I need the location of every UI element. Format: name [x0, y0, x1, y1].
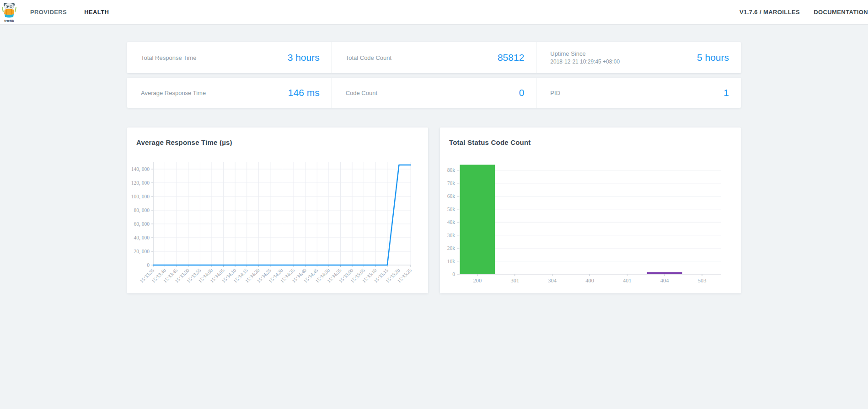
nav-link-health[interactable]: HEALTH — [84, 9, 109, 16]
svg-text:301: 301 — [510, 277, 519, 284]
svg-text:0: 0 — [452, 271, 455, 277]
avg-response-time-chart-card: Average Response Time (µs) 15:33:3515:33… — [127, 127, 428, 293]
stat-label: Total Code Count — [346, 54, 391, 61]
svg-text:40, 000: 40, 000 — [134, 235, 150, 241]
stat-value: 85812 — [498, 52, 524, 63]
stat-value: 5 hours — [697, 52, 729, 63]
stat-uptime-since: Uptime Since 2018-12-21 10:29:45 +08:00 … — [536, 42, 741, 73]
avg-response-time-line-chart: 15:33:3515:33:4015:33:4515:33:5015:33:55… — [127, 127, 428, 293]
svg-text:50k: 50k — [447, 207, 455, 212]
svg-text:304: 304 — [548, 277, 557, 284]
documentation-link[interactable]: DOCUMENTATION — [814, 9, 868, 16]
svg-text:60k: 60k — [447, 193, 455, 199]
svg-text:140, 000: 140, 000 — [131, 166, 150, 172]
stat-total-code-count: Total Code Count 85812 — [332, 42, 536, 73]
traefik-logo[interactable]: træfik — [0, 2, 18, 22]
svg-text:30k: 30k — [447, 233, 455, 238]
stat-value: 3 hours — [288, 52, 320, 63]
stat-label: Code Count — [346, 90, 377, 96]
svg-text:10k: 10k — [447, 259, 455, 264]
version-link[interactable]: V1.7.6 / MAROILLES — [739, 9, 800, 16]
svg-text:200: 200 — [473, 277, 482, 284]
svg-text:401: 401 — [623, 277, 632, 284]
charts-row: Average Response Time (µs) 15:33:3515:33… — [127, 127, 741, 293]
svg-text:400: 400 — [585, 277, 594, 284]
stat-label: Uptime Since — [550, 50, 620, 57]
stat-label: PID — [550, 90, 560, 96]
status-code-chart-card: Total Status Code Count 010k20k30k40k50k… — [440, 127, 741, 293]
stat-value: 1 — [723, 87, 729, 98]
svg-text:20, 000: 20, 000 — [134, 249, 150, 255]
svg-text:20k: 20k — [447, 245, 455, 251]
stat-average-response-time: Average Response Time 146 ms — [127, 78, 332, 108]
svg-text:40k: 40k — [447, 219, 455, 225]
status-code-bar-chart: 010k20k30k40k50k60k70k80k200301304400401… — [440, 127, 741, 293]
stat-label: Total Response Time — [141, 54, 196, 61]
nav-links: PROVIDERS HEALTH — [30, 9, 109, 16]
svg-text:70k: 70k — [447, 181, 455, 186]
svg-text:60, 000: 60, 000 — [134, 221, 150, 227]
navbar: træfik PROVIDERS HEALTH V1.7.6 / MAROILL… — [0, 0, 868, 25]
stat-code-count: Code Count 0 — [332, 78, 536, 108]
svg-text:80, 000: 80, 000 — [134, 207, 150, 213]
svg-text:404: 404 — [660, 277, 670, 284]
stat-label: Average Response Time — [141, 90, 206, 96]
stat-uptime-datetime: 2018-12-21 10:29:45 +08:00 — [550, 58, 620, 65]
svg-text:0: 0 — [147, 262, 150, 268]
stat-value: 146 ms — [288, 87, 320, 98]
svg-text:100, 000: 100, 000 — [131, 194, 150, 200]
stat-total-response-time: Total Response Time 3 hours — [127, 42, 332, 73]
nav-link-providers[interactable]: PROVIDERS — [30, 9, 67, 16]
stats-row-2: Average Response Time 146 ms Code Count … — [127, 78, 741, 108]
traefik-mascot-icon — [1, 2, 17, 20]
svg-text:120, 000: 120, 000 — [131, 180, 150, 186]
svg-text:503: 503 — [698, 277, 707, 284]
stat-value: 0 — [519, 87, 525, 98]
stat-pid: PID 1 — [536, 78, 741, 108]
traefik-logo-text: træfik — [4, 19, 14, 22]
nav-right: V1.7.6 / MAROILLES DOCUMENTATION — [739, 9, 868, 16]
svg-text:80k: 80k — [447, 167, 455, 173]
stats-row-1: Total Response Time 3 hours Total Code C… — [127, 42, 741, 73]
